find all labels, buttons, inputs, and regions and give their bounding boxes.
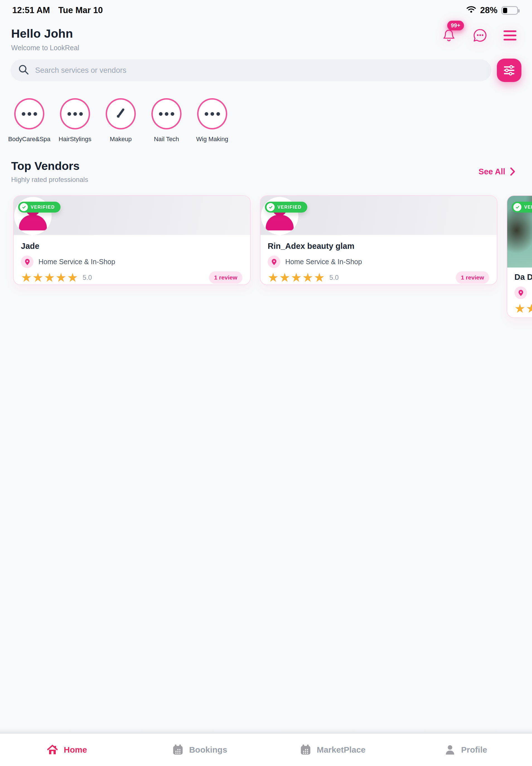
category-label: BodyCare&Spa (8, 136, 50, 143)
category-hairstylings[interactable]: HairStylings (57, 98, 93, 143)
person-icon (444, 744, 456, 756)
vendor-card-list: VERIFIED Jade Home Service & In-Shop ★★★… (0, 195, 532, 318)
header: Hello John Welcome to LookReal 99+ (0, 18, 532, 52)
check-icon (267, 203, 275, 211)
nav-item-home[interactable]: Home (0, 743, 133, 756)
brush-icon (114, 107, 127, 120)
check-icon (513, 203, 521, 211)
check-icon (20, 203, 28, 211)
vendor-service-type: Home Service & In-Shop (285, 258, 362, 266)
nav-item-marketplace[interactable]: MarketPlace (266, 744, 399, 756)
status-bar: 12:51 AM Tue Mar 10 28% (0, 0, 532, 18)
bottom-navigation: Home Bookings MarketPlace (0, 733, 532, 766)
star-rating-icons: ★★★★★ (268, 271, 325, 284)
see-all-link[interactable]: See All (478, 167, 516, 176)
greeting-subtitle: Welcome to LookReal (11, 44, 520, 52)
review-count-badge: 1 review (456, 271, 489, 284)
hamburger-icon (504, 30, 516, 32)
battery-icon (501, 6, 518, 15)
category-makeup[interactable]: Makeup (103, 98, 139, 143)
category-list: BodyCare&Spa HairStylings Makeup Nail Te… (0, 98, 532, 143)
category-label: Wig Making (196, 136, 228, 143)
ellipsis-icon (159, 112, 174, 116)
filter-button[interactable] (497, 59, 521, 82)
vendor-service-type: Home Service & In-Shop (38, 258, 115, 266)
vendor-name: Da Diva (514, 272, 532, 282)
sliders-icon (503, 65, 516, 76)
vendor-name: Jade (21, 241, 243, 251)
chevron-right-icon (510, 167, 516, 176)
home-icon (46, 743, 59, 756)
nav-item-bookings[interactable]: Bookings (133, 744, 266, 756)
vendor-name: Rin_Adex beauty glam (268, 241, 490, 251)
vendor-card-da-diva[interactable]: VERIFIED Da Diva Home Service & In-Shop … (507, 195, 532, 318)
section-subtitle: Highly rated professionals (11, 176, 88, 183)
status-time: 12:51 AM (12, 5, 50, 15)
ellipsis-icon (67, 112, 83, 116)
notifications-button[interactable]: 99+ (442, 28, 456, 43)
vendor-card-jade[interactable]: VERIFIED Jade Home Service & In-Shop ★★★… (13, 195, 251, 285)
location-pin-icon (268, 255, 280, 268)
nav-item-profile[interactable]: Profile (399, 744, 532, 756)
calendar-icon (172, 744, 184, 756)
verified-badge: VERIFIED (265, 202, 307, 212)
calendar-icon (299, 744, 312, 756)
rating-value: 5.0 (83, 274, 92, 281)
status-date: Tue Mar 10 (58, 5, 103, 15)
section-title: Top Vendors (11, 159, 88, 173)
search-box[interactable] (11, 59, 491, 81)
search-row (11, 59, 521, 82)
battery-percent: 28% (480, 5, 497, 15)
app-screen: 12:51 AM Tue Mar 10 28% Hello John Welco… (0, 0, 532, 766)
top-vendors-header: Top Vendors Highly rated professionals S… (11, 159, 516, 183)
star-rating-icons: ★★★★★ (514, 302, 532, 315)
category-label: HairStylings (59, 136, 91, 143)
search-input[interactable] (35, 66, 484, 75)
review-count-badge: 1 review (209, 271, 242, 284)
star-rating-icons: ★★★★★ (21, 271, 79, 284)
vendor-card-rin-adex[interactable]: VERIFIED Rin_Adex beauty glam Home Servi… (260, 195, 497, 285)
wifi-icon (466, 5, 476, 15)
messages-button[interactable] (472, 28, 487, 43)
menu-button[interactable] (504, 30, 516, 40)
notification-count-badge: 99+ (447, 21, 464, 30)
category-bodycare-spa[interactable]: BodyCare&Spa (11, 98, 47, 143)
category-label: Makeup (110, 136, 132, 143)
category-wig-making[interactable]: Wig Making (194, 98, 230, 143)
category-nail-tech[interactable]: Nail Tech (148, 98, 185, 143)
location-pin-icon (21, 255, 33, 268)
location-pin-icon (514, 286, 527, 299)
chat-icon (472, 28, 487, 43)
ellipsis-icon (205, 112, 220, 116)
verified-badge: VERIFIED (18, 202, 61, 212)
search-icon (18, 64, 30, 77)
rating-value: 5.0 (329, 274, 338, 281)
ellipsis-icon (22, 112, 37, 116)
verified-badge: VERIFIED (512, 202, 532, 212)
category-label: Nail Tech (154, 136, 179, 143)
